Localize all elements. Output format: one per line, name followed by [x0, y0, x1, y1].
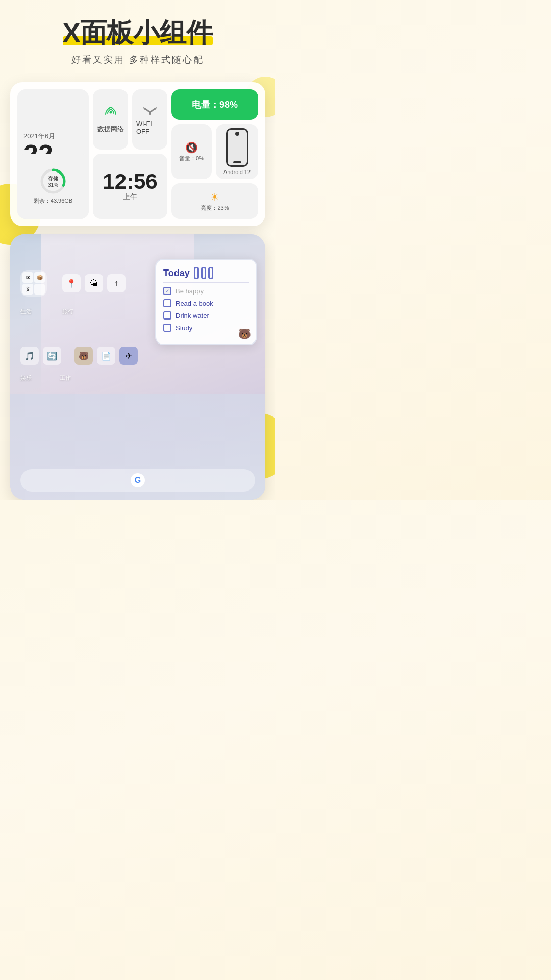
phone-bottom-bar[interactable]: G — [20, 469, 255, 492]
storage-ring: 存储 31% — [39, 167, 67, 195]
todo-title: Today — [163, 268, 190, 279]
app-icon-plane[interactable]: ✈ — [119, 347, 138, 365]
system-widget-panel: 2021年6月 22 星期二 数据网络 — [10, 82, 265, 226]
folder-label-entertainment: 娱乐 — [20, 374, 32, 382]
todo-ring-1 — [194, 267, 199, 279]
folder-icon-1: ✉ — [22, 272, 33, 283]
battery-cell[interactable]: 电量：98% — [171, 89, 258, 120]
app-row-2: 🎵 🔄 🐻 📄 ✈ — [20, 347, 138, 365]
phone-version-label: Android 12 — [223, 169, 251, 175]
app-row-1: ✉ 📦 文 📍 🌤 ↑ — [20, 270, 126, 297]
folder-label-work: 工作 — [60, 374, 71, 382]
app-icon-refresh[interactable]: 🔄 — [43, 347, 61, 365]
todo-text-4: Study — [176, 324, 192, 332]
wifi-cell[interactable]: Wi-Fi OFF — [132, 89, 167, 150]
folder-icon-3: 文 — [22, 284, 33, 295]
todo-checkbox-3[interactable] — [163, 311, 171, 320]
folder-icon-4 — [34, 284, 45, 295]
todo-ring-2 — [201, 267, 206, 279]
todo-checkbox-1[interactable]: ✓ — [163, 287, 171, 295]
app-icon-location[interactable]: 📍 — [62, 274, 81, 292]
app-row-1-icons: 📍 🌤 ↑ — [62, 270, 126, 297]
phone-home-bar — [233, 161, 241, 163]
folder-labels-row2: 娱乐 工作 — [20, 372, 71, 382]
app-folder-email[interactable]: ✉ 📦 文 — [20, 270, 47, 297]
right-controls: 电量：98% 🔇 音量：0% Android 12 ☀ — [171, 89, 258, 219]
todo-widget: Today ✓ Be happy Read a book Drink water — [155, 259, 257, 345]
header: X面板小组件 好看又实用 多种样式随心配 — [0, 0, 276, 70]
clock-time: 12:56 — [103, 171, 157, 192]
phone-notch — [235, 132, 239, 136]
subtitle: 好看又实用 多种样式随心配 — [10, 54, 265, 66]
brightness-cell[interactable]: ☀ 亮度：23% — [171, 183, 258, 219]
page-title: X面板小组件 — [63, 18, 213, 47]
storage-remaining: 剩余：43.96GB — [34, 197, 72, 205]
checkmark-1: ✓ — [165, 288, 169, 294]
wifi-label: Wi-Fi OFF — [136, 120, 163, 135]
network-icon — [104, 105, 118, 122]
phone-cell[interactable]: Android 12 — [216, 124, 258, 179]
todo-item-1[interactable]: ✓ Be happy — [163, 287, 249, 295]
app-icon-weather[interactable]: 🌤 — [85, 274, 103, 292]
phone-screen: ✉ 📦 文 📍 🌤 ↑ 生活 旅行 🎵 🔄 🐻 📄 ✈ 娱乐 工作 To — [10, 234, 265, 500]
svg-point-1 — [149, 113, 151, 115]
storage-percent: 31% — [48, 182, 58, 188]
system-widget-grid: 2021年6月 22 星期二 数据网络 — [10, 82, 265, 226]
todo-text-2: Read a book — [176, 300, 213, 307]
svg-point-0 — [109, 111, 112, 113]
bear-decoration-icon: 🐻 — [238, 328, 251, 340]
volume-cell[interactable]: 🔇 音量：0% — [171, 124, 212, 179]
app-icon-doc[interactable]: 📄 — [97, 347, 115, 365]
storage-cell: 存储 31% 剩余：43.96GB — [17, 154, 89, 219]
todo-item-2[interactable]: Read a book — [163, 299, 249, 307]
phone-frame — [226, 128, 248, 167]
folder-labels-row1: 生活 旅行 — [20, 306, 73, 315]
todo-checkbox-4[interactable] — [163, 324, 171, 332]
battery-text: 电量：98% — [192, 99, 238, 111]
todo-divider — [163, 282, 249, 283]
folder-label-life: 生活 — [20, 308, 32, 315]
wifi-icon — [143, 104, 157, 118]
clock-period: 上午 — [123, 192, 137, 202]
spacer — [65, 347, 70, 365]
todo-item-3[interactable]: Drink water — [163, 311, 249, 320]
clock-cell: 12:56 上午 — [93, 154, 167, 219]
network-label: 数据网络 — [97, 125, 124, 134]
todo-text-1: Be happy — [176, 287, 204, 295]
storage-label: 存储 — [48, 175, 58, 182]
brightness-label: 亮度：23% — [201, 204, 229, 212]
network-cell[interactable]: 数据网络 — [93, 89, 128, 150]
folder-label-travel: 旅行 — [62, 308, 73, 315]
app-icon-music[interactable]: 🎵 — [20, 347, 39, 365]
app-icon-upload[interactable]: ↑ — [107, 274, 126, 292]
volume-icon: 🔇 — [185, 141, 198, 154]
todo-text-3: Drink water — [176, 312, 209, 320]
brightness-icon: ☀ — [210, 191, 219, 203]
folder-icon-2: 📦 — [34, 272, 45, 283]
app-icon-bear[interactable]: 🐻 — [74, 347, 93, 365]
todo-checkbox-2[interactable] — [163, 299, 171, 307]
volume-label: 音量：0% — [179, 155, 204, 162]
todo-ring-3 — [208, 267, 213, 279]
google-icon[interactable]: G — [131, 473, 145, 487]
todo-item-4[interactable]: Study — [163, 324, 249, 332]
